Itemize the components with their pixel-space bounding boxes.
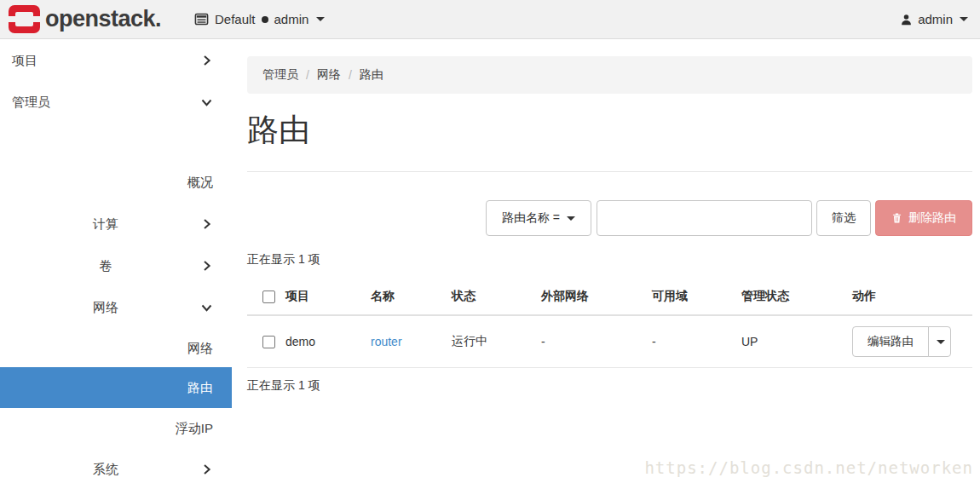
column-header-actions: 动作: [852, 279, 972, 315]
sidebar-item-routers[interactable]: 路由: [0, 367, 232, 408]
sidebar-item-label: 计算: [0, 216, 211, 233]
edit-router-button[interactable]: 编辑路由: [852, 326, 929, 357]
filter-field-select[interactable]: 路由名称 =: [486, 200, 591, 236]
sidebar-item-label: 浮动IP: [0, 421, 213, 437]
breadcrumb-routers: 路由: [360, 67, 383, 83]
caret-down-icon: [937, 340, 945, 344]
sidebar-item-label: 项目: [0, 53, 37, 69]
openstack-dashboard: openstack. Default admin admin: [0, 0, 980, 489]
breadcrumb-network[interactable]: 网络: [317, 67, 341, 83]
sidebar-item-network-group[interactable]: 网络: [0, 287, 232, 328]
sidebar-item-system[interactable]: 系统: [0, 449, 232, 489]
column-header-external-network[interactable]: 外部网络: [541, 279, 652, 315]
chevron-down-icon: [200, 302, 213, 314]
breadcrumb-separator: /: [306, 68, 309, 82]
sidebar-item-networks[interactable]: 网络: [0, 328, 232, 369]
trash-icon: [891, 212, 902, 224]
chevron-right-icon: [200, 218, 213, 231]
row-actions: 编辑路由: [852, 326, 951, 357]
sidebar-item-volumes[interactable]: 卷: [0, 245, 232, 286]
select-all-checkbox[interactable]: [262, 291, 275, 303]
cell-admin-state: UP: [741, 315, 852, 368]
breadcrumb-separator: /: [349, 68, 352, 82]
chevron-right-icon: [200, 463, 213, 476]
caret-down-icon: [567, 216, 575, 221]
sidebar-nav: 项目 管理员 概况 计算 卷 网络: [0, 39, 232, 489]
delete-button-label: 删除路由: [908, 210, 956, 226]
sidebar-item-admin[interactable]: 管理员: [0, 82, 232, 123]
watermark-url: https://blog.csdn.net/networken: [644, 458, 973, 477]
row-actions-dropdown-toggle[interactable]: [928, 326, 951, 357]
caret-down-icon: [960, 17, 968, 21]
user-name: admin: [918, 12, 953, 26]
sidebar-item-label: 管理员: [0, 95, 50, 111]
breadcrumb-admin[interactable]: 管理员: [262, 67, 298, 83]
openstack-logo-icon: [9, 5, 40, 33]
chevron-right-icon: [200, 55, 213, 67]
divider: [247, 171, 972, 172]
user-menu[interactable]: admin: [900, 0, 968, 38]
filter-field-label: 路由名称 =: [502, 210, 560, 226]
user-icon: [900, 13, 913, 26]
context-domain: Default: [215, 12, 256, 26]
cell-status: 运行中: [452, 315, 541, 368]
sidebar-item-label: 网络: [0, 341, 213, 357]
sidebar-item-compute[interactable]: 计算: [0, 204, 232, 244]
table-row: demo router 运行中 - - UP 编辑路由: [247, 315, 972, 368]
sidebar-item-project[interactable]: 项目: [0, 40, 232, 81]
chevron-right-icon: [200, 260, 213, 273]
brand-wordmark: openstack.: [45, 6, 161, 32]
top-navbar: openstack. Default admin admin: [0, 0, 980, 39]
list-alt-icon: [194, 12, 209, 26]
sidebar-item-label: 网络: [0, 300, 211, 316]
cell-external-network: -: [541, 315, 652, 368]
sidebar-item-label: 卷: [0, 258, 211, 274]
items-count-bottom: 正在显示 1 项: [247, 378, 320, 394]
table-header-row: 项目 名称 状态 外部网络 可用域 管理状态 动作: [247, 279, 972, 315]
page-title: 路由: [247, 109, 310, 152]
sidebar-item-label: 系统: [0, 462, 211, 478]
items-count-top: 正在显示 1 项: [247, 252, 320, 268]
router-name-link[interactable]: router: [371, 335, 402, 348]
sidebar-item-floating-ips[interactable]: 浮动IP: [0, 408, 232, 449]
context-switcher[interactable]: Default admin: [194, 0, 325, 38]
filter-button[interactable]: 筛选: [816, 200, 871, 236]
filter-input[interactable]: [597, 200, 812, 236]
sidebar-item-label: 概况: [0, 175, 213, 191]
column-header-name[interactable]: 名称: [371, 279, 452, 315]
routers-table: 项目 名称 状态 外部网络 可用域 管理状态 动作 demo router 运行…: [247, 279, 972, 368]
brand[interactable]: openstack.: [9, 0, 161, 38]
column-header-status[interactable]: 状态: [452, 279, 541, 315]
column-header-project[interactable]: 项目: [285, 279, 371, 315]
caret-down-icon: [316, 17, 325, 21]
cell-availability-zone: -: [652, 315, 741, 368]
sidebar-item-overview[interactable]: 概况: [0, 162, 232, 203]
column-header-availability-zone[interactable]: 可用域: [652, 279, 741, 315]
delete-routers-button[interactable]: 删除路由: [875, 200, 972, 236]
chevron-down-icon: [200, 96, 213, 109]
column-header-admin-state[interactable]: 管理状态: [741, 279, 852, 315]
cell-project: demo: [285, 315, 371, 368]
row-checkbox[interactable]: [262, 336, 275, 348]
context-separator-dot: [262, 16, 268, 23]
breadcrumb: 管理员 / 网络 / 路由: [247, 56, 972, 94]
context-project: admin: [274, 12, 309, 26]
sidebar-item-label: 路由: [0, 380, 213, 396]
